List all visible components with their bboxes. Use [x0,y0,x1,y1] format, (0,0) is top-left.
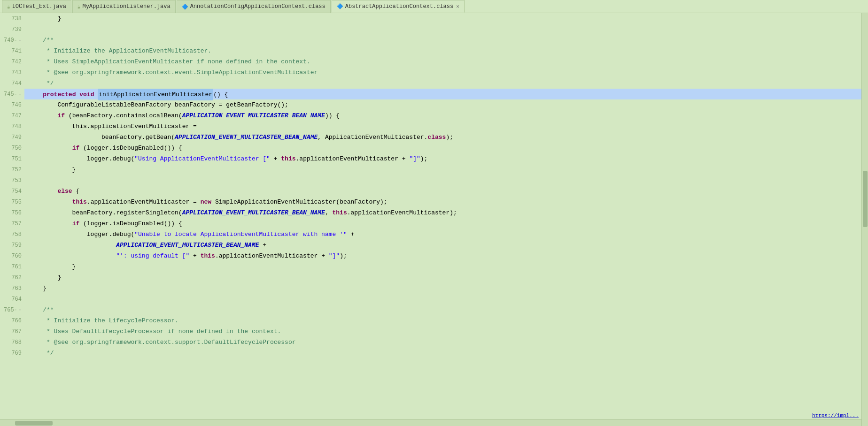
line-number: 748 [0,121,24,132]
scrollbar-thumb[interactable] [863,171,868,227]
code-line [24,175,861,186]
line-number: 766 [0,315,24,326]
line-number: 756 [0,207,24,218]
code-token: } [28,261,76,272]
code-token: * @see org.springframework.context.event… [28,67,318,78]
code-token: .applicationEventMulticaster + [296,153,410,164]
code-token: (beanFactory.containsLocalBean( [65,110,182,121]
code-token: ); [340,251,347,261]
tab-close-button[interactable]: ✕ [456,3,459,9]
tab-tab3[interactable]: 🔷AnnotationConfigApplicationContext.clas… [177,0,331,13]
code-token: .applicationEventMulticaster + [215,251,329,261]
line-number: 757 [0,218,24,229]
code-token: "]" [409,153,420,164]
scrollbar-vertical[interactable] [861,13,868,426]
line-number: 760 [0,251,24,261]
code-token: { [72,186,80,197]
code-line: logger.debug("Unable to locate Applicati… [24,229,861,240]
code-token: .applicationEventMulticaster = [87,197,201,207]
line-number: 751 [0,153,24,164]
line-number: 745- [0,89,24,99]
code-token: ConfigurableListableBeanFactory beanFact… [28,99,288,110]
code-token: if [72,218,80,229]
code-token: + [347,229,355,240]
code-token: } [28,13,61,24]
editor-container: ☕IOCTest_Ext.java☕MyApplicationListener.… [0,0,868,426]
code-token: APPLICATION_EVENT_MULTICASTER_BEAN_NAME [116,240,259,251]
code-token: * Initialize the ApplicationEventMultica… [28,46,211,56]
code-line: logger.debug("Using ApplicationEventMult… [24,153,861,164]
line-number: 753 [0,175,24,186]
line-number: 738 [0,13,24,24]
code-token: APPLICATION_EVENT_MULTICASTER_BEAN_NAME [175,132,318,143]
code-line: } [24,164,861,175]
line-number: 764 [0,294,24,304]
tab-file-icon: ☕ [78,4,81,10]
code-token: } [28,272,61,283]
code-token [28,186,57,197]
code-line: * Initialize the ApplicationEventMultica… [24,46,861,56]
code-token: */ [28,348,54,358]
line-number: 750 [0,143,24,153]
code-token: , ApplicationEventMulticaster. [318,132,427,143]
code-content[interactable]: } /** * Initialize the ApplicationEventM… [24,13,868,426]
code-line: } [24,13,861,24]
code-line: } [24,283,861,294]
code-line: */ [24,78,861,89]
line-number: 746 [0,99,24,110]
code-token: this [201,251,215,261]
code-line: this.applicationEventMulticaster = [24,121,861,132]
code-line: if (logger.isDebugEnabled()) { [24,218,861,229]
code-line: beanFactory.getBean(APPLICATION_EVENT_MU… [24,132,861,143]
code-token: logger.debug( [28,229,134,240]
code-line: /** [24,35,861,46]
line-number: 763 [0,283,24,294]
code-line: * @see org.springframework.context.event… [24,67,861,78]
code-token: this [281,153,295,164]
code-line [24,24,861,35]
code-token: * Uses DefaultLifecycleProcessor if none… [28,326,281,337]
code-line: beanFactory.registerSingleton(APPLICATIO… [24,207,861,218]
line-number: 762 [0,272,24,283]
line-number: 761 [0,261,24,272]
tab-label: MyApplicationListener.java [82,3,170,10]
code-token: .applicationEventMulticaster); [347,207,457,218]
code-token: (logger.isDebugEnabled()) { [79,218,182,229]
tab-tab1[interactable]: ☕IOCTest_Ext.java [2,0,71,13]
tab-file-icon: ☕ [7,4,10,10]
line-number: 739 [0,24,24,35]
code-token: "]" [329,251,340,261]
code-token: + [270,153,281,164]
code-token [28,197,72,207]
code-token: )) { [325,110,340,121]
code-token [28,89,43,100]
code-token: } [28,283,46,294]
code-token: + [259,240,266,251]
line-number: 765- [0,304,24,315]
code-line: ConfigurableListableBeanFactory beanFact… [24,99,861,110]
code-token: "Unable to locate ApplicationEventMultic… [134,229,347,240]
code-token: beanFactory.getBean( [28,132,175,143]
code-line: * Uses DefaultLifecycleProcessor if none… [24,326,861,337]
code-line: } [24,272,861,283]
code-token: "': using default [" [116,251,189,261]
tab-tab2[interactable]: ☕MyApplicationListener.java [72,0,176,13]
line-number: 759 [0,240,24,251]
line-number: 758 [0,229,24,240]
code-token: } [28,164,76,175]
code-token [28,218,72,229]
code-line: */ [24,348,861,358]
code-token: else [57,186,72,197]
code-token: class [427,132,446,143]
status-link[interactable]: https://impl... [812,413,859,418]
line-number: 752 [0,164,24,175]
line-number: 769 [0,348,24,358]
tab-tab4[interactable]: 🔷AbstractApplicationContext.class✕ [332,0,465,13]
scrollbar-h-thumb[interactable] [15,421,53,426]
code-token: "Using ApplicationEventMulticaster [" [134,153,270,164]
scrollbar-horizontal[interactable] [0,419,861,426]
tab-label: AnnotationConfigApplicationContext.class [190,3,326,10]
code-token: protected [43,89,76,100]
code-token: new [201,197,211,207]
code-token: + [189,251,200,261]
